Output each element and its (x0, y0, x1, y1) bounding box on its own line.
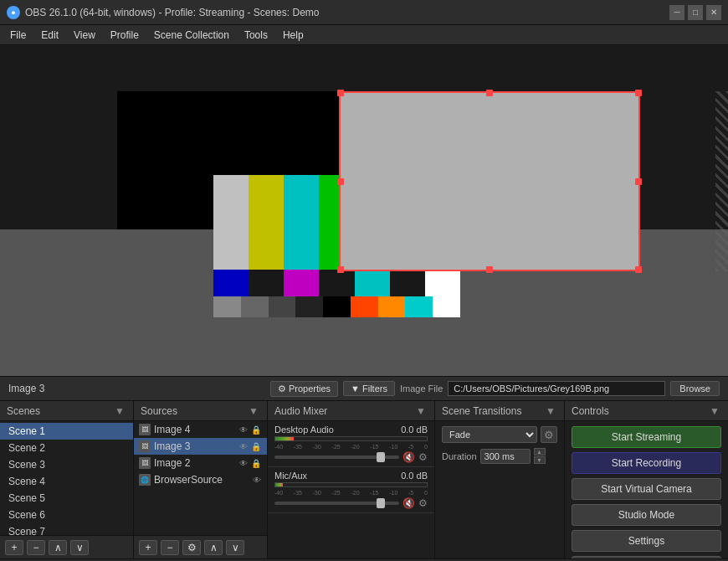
menu-help[interactable]: Help (276, 28, 310, 43)
scenes-move-up-button[interactable]: ∧ (49, 540, 67, 555)
maximize-button[interactable]: □ (688, 5, 703, 20)
duration-label: Duration (442, 451, 477, 461)
active-source-label: Image 3 (8, 383, 265, 394)
scenes-add-button[interactable]: + (5, 540, 23, 555)
hatch-pattern-overlay (715, 91, 728, 271)
source-lock-image2[interactable]: 🔒 (250, 459, 262, 468)
audio-mixer-panel: Audio Mixer ▼ Desktop Audio 0.0 dB -40-3… (268, 401, 435, 558)
source-item-image2[interactable]: 🖼 Image 2 👁 🔒 (134, 455, 267, 471)
source-controls-image4: 👁 🔒 (238, 425, 262, 435)
desktop-settings-button[interactable]: ⚙ (418, 451, 428, 463)
source-item-browser[interactable]: 🌐 BrowserSource 👁 (134, 471, 267, 488)
menu-profile[interactable]: Profile (104, 28, 146, 43)
menu-tools[interactable]: Tools (238, 28, 274, 43)
source-eye-browser[interactable]: 👁 (252, 476, 262, 485)
app-icon: ● (7, 6, 20, 19)
sources-filter-icon[interactable]: ▼ (247, 405, 260, 417)
image-file-label: Image File (400, 383, 443, 394)
transition-type-select[interactable]: Fade Cut Swipe (442, 426, 537, 443)
mic-fader-row: 🔇 ⚙ (274, 497, 428, 509)
transitions-content: Fade Cut Swipe ⚙ Duration ▲ ▼ (435, 421, 564, 558)
controls-panel-actions: ▼ (708, 405, 721, 417)
mic-fader-thumb[interactable] (377, 498, 385, 508)
sources-move-down-button[interactable]: ∨ (226, 540, 244, 555)
source-eye-image4[interactable]: 👁 (238, 425, 249, 435)
transition-controls: Fade Cut Swipe ⚙ Duration ▲ ▼ (435, 421, 564, 469)
bar-b-dark2 (319, 270, 354, 296)
desktop-fader-thumb[interactable] (377, 452, 385, 462)
source-eye-image2[interactable]: 👁 (238, 459, 249, 468)
desktop-audio-db: 0.0 dB (401, 425, 428, 435)
source-controls-image2: 👁 🔒 (238, 459, 262, 468)
menu-view[interactable]: View (67, 28, 102, 43)
sources-settings-button[interactable]: ⚙ (182, 540, 201, 555)
menu-edit[interactable]: Edit (34, 28, 65, 43)
source-name-image4: Image 4 (154, 424, 235, 435)
controls-filter-icon[interactable]: ▼ (708, 405, 721, 417)
transition-gear-button[interactable]: ⚙ (541, 426, 557, 443)
mic-settings-button[interactable]: ⚙ (418, 497, 428, 509)
close-button[interactable]: ✕ (706, 5, 721, 20)
controls-panel-title: Controls (572, 405, 609, 417)
source-lock-image3[interactable]: 🔒 (250, 442, 262, 451)
desktop-mute-button[interactable]: 🔇 (402, 451, 415, 463)
scene-item-4[interactable]: Scene 4 (0, 473, 133, 490)
transitions-panel-title: Scene Transitions (442, 405, 521, 417)
scenes-remove-button[interactable]: − (27, 540, 45, 555)
title-bar-left: ● OBS 26.1.0 (64-bit, windows) - Profile… (7, 6, 319, 19)
source-controls-browser: 👁 (252, 476, 262, 485)
scene-item-6[interactable]: Scene 6 (0, 507, 133, 523)
file-path-input[interactable] (448, 381, 665, 396)
audio-panel-header: Audio Mixer ▼ (268, 401, 434, 421)
source-lock-image4[interactable]: 🔒 (250, 425, 262, 435)
source-item-image3[interactable]: 🖼 Image 3 👁 🔒 (134, 438, 267, 455)
preview-area (0, 45, 728, 376)
source-eye-image3[interactable]: 👁 (238, 442, 249, 451)
source-icon-image2: 🖼 (139, 457, 151, 469)
scene-item-1[interactable]: Scene 1 (0, 423, 133, 440)
handle-ml (337, 178, 344, 185)
scenes-move-down-button[interactable]: ∨ (70, 540, 89, 555)
bar-yellow (249, 175, 284, 270)
minimize-button[interactable]: ─ (669, 5, 684, 20)
bar-cyan (284, 175, 319, 270)
source-controls-image3: 👁 🔒 (238, 442, 262, 451)
transitions-filter-icon[interactable]: ▼ (544, 405, 557, 417)
control-buttons-container: Start Streaming Start Recording Start Vi… (565, 421, 728, 558)
sources-list-container: 🖼 Image 4 👁 🔒 🖼 Image 3 👁 🔒 🖼 Image (134, 421, 267, 535)
start-recording-button[interactable]: Start Recording (572, 452, 721, 474)
mic-mute-button[interactable]: 🔇 (402, 497, 415, 509)
scenes-filter-icon[interactable]: ▼ (113, 405, 126, 417)
grey-step-3 (269, 296, 296, 317)
sources-remove-button[interactable]: − (161, 540, 179, 555)
scene-item-3[interactable]: Scene 3 (0, 456, 133, 473)
scene-item-2[interactable]: Scene 2 (0, 440, 133, 456)
menu-scene-collection[interactable]: Scene Collection (147, 28, 236, 43)
settings-button[interactable]: Settings (572, 530, 721, 552)
audio-panel-actions: ▼ (414, 405, 428, 417)
scene-item-7[interactable]: Scene 7 (0, 523, 133, 535)
menu-file[interactable]: File (3, 28, 33, 43)
desktop-fader[interactable] (274, 455, 399, 459)
ramp-cyan (405, 296, 433, 317)
audio-filter-icon[interactable]: ▼ (414, 405, 428, 417)
source-icon-image3: 🖼 (139, 440, 151, 452)
sources-move-up-button[interactable]: ∧ (204, 540, 223, 555)
duration-spin-up[interactable]: ▲ (534, 448, 546, 455)
transitions-panel-actions: ▼ (544, 405, 557, 417)
scene-item-5[interactable]: Scene 5 (0, 490, 133, 507)
browse-button[interactable]: Browse (670, 381, 720, 396)
properties-button[interactable]: ⚙ Properties (270, 381, 338, 397)
duration-spin-down[interactable]: ▼ (534, 456, 546, 464)
start-virtual-camera-button[interactable]: Start Virtual Camera (572, 478, 721, 500)
sources-panel-actions: ▼ (247, 405, 260, 417)
duration-input[interactable] (480, 449, 531, 464)
filters-button[interactable]: ▼ Filters (343, 381, 395, 396)
mic-audio-db: 0.0 dB (401, 471, 428, 481)
mic-fader[interactable] (274, 502, 399, 505)
start-streaming-button[interactable]: Start Streaming (572, 426, 721, 448)
source-item-image4[interactable]: 🖼 Image 4 👁 🔒 (134, 421, 267, 438)
studio-mode-button[interactable]: Studio Mode (572, 504, 721, 526)
exit-button[interactable]: Exit (572, 556, 721, 558)
sources-add-button[interactable]: + (139, 540, 157, 555)
